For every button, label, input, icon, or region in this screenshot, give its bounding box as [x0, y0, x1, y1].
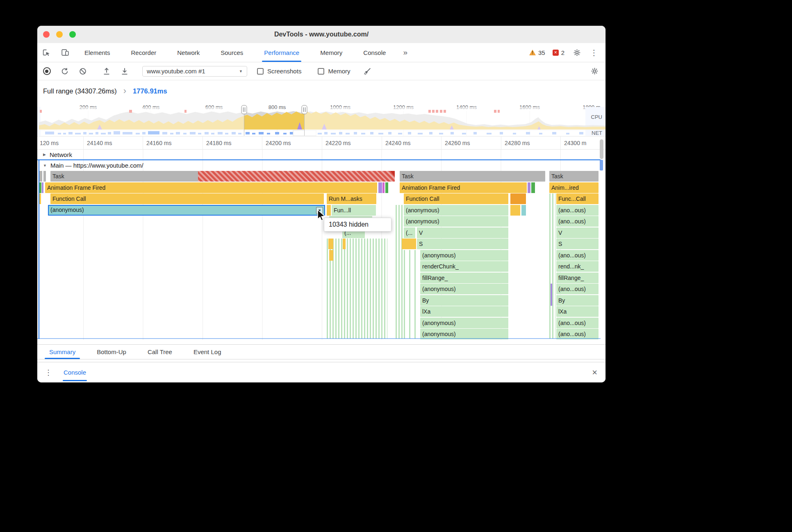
network-track-header[interactable]: ▶ Network — [37, 150, 72, 159]
flame-event-animation-frame-fired[interactable]: Anim...ired — [549, 182, 599, 193]
flame-event-function[interactable]: Fun...ll — [332, 205, 376, 216]
minimize-window-button[interactable] — [56, 31, 63, 38]
tab-elements[interactable]: Elements — [79, 43, 116, 62]
flame-event-animation-frame-fired[interactable]: Animation Frame Fired — [45, 182, 377, 193]
tab-call-tree[interactable]: Call Tree — [141, 345, 179, 359]
flame-event-function[interactable]: By — [556, 295, 599, 306]
flame-chart[interactable]: ▶ Network ▼ Main — https://www.youtube.c… — [37, 150, 605, 340]
flame-event-anonymous[interactable]: (ano...ous) — [556, 250, 599, 261]
flame-sliver[interactable] — [531, 182, 535, 193]
load-profile-icon[interactable] — [102, 67, 111, 76]
kebab-menu-icon[interactable]: ⋮ — [589, 48, 599, 57]
flame-event[interactable] — [510, 205, 520, 216]
flame-event-anonymous-selected[interactable]: (anonymous) ▾ — [48, 205, 325, 216]
flame-event-function[interactable]: rend...nk_ — [556, 261, 599, 272]
inspect-element-icon[interactable] — [41, 48, 51, 57]
flame-event-anonymous[interactable]: (anonymous) — [420, 318, 508, 328]
flame-event-function[interactable]: renderChunk_ — [420, 261, 508, 272]
flame-sliver[interactable] — [521, 205, 526, 216]
flame-sliver[interactable] — [551, 284, 552, 306]
timeline-overview[interactable]: 200 ms 400 ms 600 ms 800 ms 1000 ms 1200… — [37, 102, 605, 136]
flame-event-anonymous[interactable]: (anonymous) — [420, 250, 508, 261]
main-track-header[interactable]: ▼ Main — https://www.youtube.com/ — [37, 160, 143, 171]
flame-sliver[interactable] — [378, 182, 382, 193]
warnings-indicator[interactable]: 35 — [529, 49, 545, 56]
capture-settings-gear-icon[interactable] — [590, 67, 599, 76]
checkbox-box[interactable] — [257, 68, 264, 75]
tab-performance[interactable]: Performance — [259, 43, 305, 62]
tab-recorder[interactable]: Recorder — [126, 43, 162, 62]
flame-event[interactable] — [329, 250, 333, 261]
flame-event-anonymous[interactable]: (ano...ous) — [556, 205, 599, 216]
issues-indicator[interactable]: 2 — [553, 49, 564, 56]
flame-event-anonymous[interactable]: (anonymous) — [404, 205, 508, 216]
collect-garbage-icon[interactable] — [363, 67, 372, 76]
scrollbar-position-marker[interactable] — [600, 160, 603, 171]
memory-checkbox[interactable]: Memory — [318, 68, 350, 75]
flame-event-task[interactable]: Task — [400, 171, 545, 182]
flame-event-anonymous[interactable]: (ano...ous) — [556, 318, 599, 328]
flame-event-anonymous[interactable]: (anonymous) — [404, 216, 508, 227]
record-button[interactable] — [42, 67, 51, 76]
flame-event-function[interactable]: fillRange_ — [420, 273, 508, 283]
flame-sliver[interactable] — [42, 182, 43, 193]
more-tabs-button[interactable]: » — [401, 43, 409, 62]
flame-sliver[interactable] — [385, 182, 388, 193]
device-toolbar-icon[interactable] — [60, 48, 70, 57]
drawer-tab-console[interactable]: Console — [63, 362, 87, 382]
full-range-label[interactable]: Full range (34307.26ms) — [43, 87, 117, 95]
close-icon[interactable]: × — [592, 368, 597, 377]
tab-bottom-up[interactable]: Bottom-Up — [90, 345, 133, 359]
tab-console[interactable]: Console — [358, 43, 391, 62]
disclosure-triangle-icon[interactable]: ▶ — [43, 152, 46, 157]
flame-event[interactable] — [343, 239, 346, 249]
settings-gear-icon[interactable] — [572, 48, 582, 57]
flame-micro-frames[interactable] — [549, 193, 555, 339]
flame-micro-frames[interactable] — [404, 250, 418, 339]
flame-event-task[interactable]: Task — [50, 171, 395, 182]
flame-event-function[interactable]: V — [417, 227, 508, 238]
tab-event-log[interactable]: Event Log — [187, 345, 228, 359]
tab-memory[interactable]: Memory — [315, 43, 348, 62]
flame-event[interactable] — [328, 239, 333, 249]
flame-event[interactable] — [327, 205, 331, 216]
flame-event-function[interactable]: (... — [404, 227, 415, 238]
flame-event-function[interactable]: lXa — [556, 306, 599, 317]
tab-network[interactable]: Network — [172, 43, 205, 62]
flame-event-anonymous[interactable]: (ano...ous) — [556, 216, 599, 227]
flame-event[interactable] — [402, 239, 416, 249]
tab-sources[interactable]: Sources — [215, 43, 248, 62]
flame-sliver-task[interactable] — [43, 171, 46, 182]
flame-sliver[interactable] — [528, 182, 530, 193]
tab-summary[interactable]: Summary — [42, 345, 82, 359]
flame-event-function[interactable]: V — [556, 227, 599, 238]
flame-event-run-microtasks[interactable]: Run M...asks — [327, 193, 376, 204]
vertical-scrollbar-thumb[interactable] — [600, 139, 603, 159]
flame-event-task[interactable]: Task — [549, 171, 599, 182]
clear-icon[interactable] — [78, 67, 87, 76]
zoom-window-button[interactable] — [69, 31, 76, 38]
save-profile-icon[interactable] — [120, 67, 129, 76]
reload-and-record-icon[interactable] — [60, 67, 69, 76]
flame-micro-frames[interactable] — [396, 205, 403, 339]
checkbox-box[interactable] — [318, 68, 324, 75]
flame-event-function[interactable]: S — [556, 239, 599, 249]
screenshots-checkbox[interactable]: Screenshots — [257, 68, 301, 75]
flame-event-function[interactable]: lXa — [420, 306, 508, 317]
close-window-button[interactable] — [43, 31, 50, 38]
flame-sliver[interactable] — [382, 182, 385, 193]
flame-event[interactable] — [510, 193, 526, 204]
flame-sliver-task[interactable] — [39, 171, 42, 182]
flame-event-function-call[interactable]: Function Call — [404, 193, 508, 204]
disclosure-triangle-icon[interactable]: ▼ — [43, 164, 47, 168]
flame-event-function[interactable]: S — [417, 239, 508, 249]
flame-event-function-call[interactable]: Func...Call — [556, 193, 599, 204]
flame-micro-frames[interactable] — [327, 239, 387, 339]
flame-event-function[interactable]: fillRange_ — [556, 273, 599, 283]
flame-event-function[interactable]: By — [420, 295, 508, 306]
selection-handle-left[interactable] — [241, 105, 247, 114]
flame-event-anonymous[interactable]: (anonymous) — [420, 284, 508, 294]
kebab-menu-icon[interactable]: ⋮ — [45, 368, 52, 377]
flame-event-animation-frame-fired[interactable]: Animation Frame Fired — [400, 182, 527, 193]
flame-event-function-call[interactable]: Function Call — [50, 193, 324, 204]
